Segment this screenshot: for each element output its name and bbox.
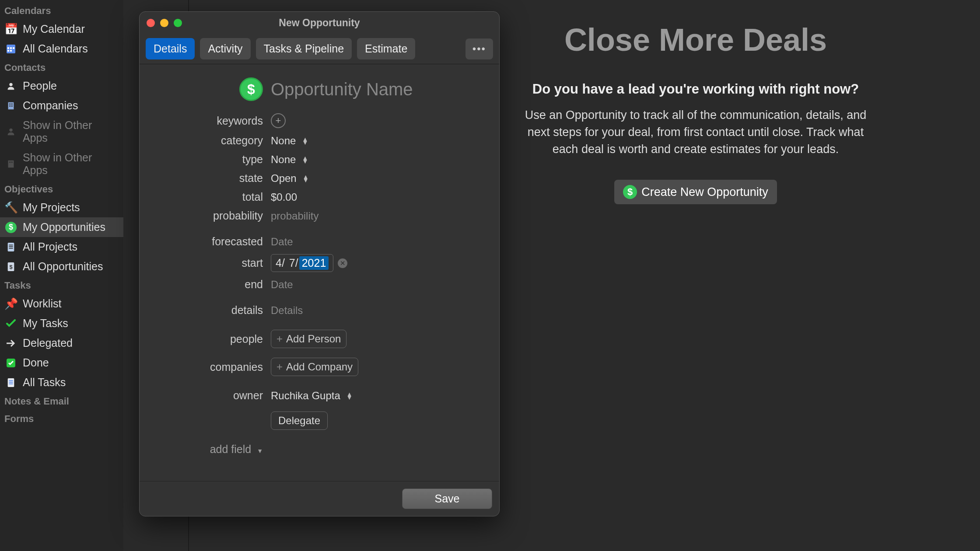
create-opportunity-button[interactable]: $ Create New Opportunity <box>614 180 777 204</box>
sidebar-item-label: All Opportunities <box>23 260 103 273</box>
sidebar-item-all-tasks[interactable]: All Tasks <box>0 373 123 392</box>
label-start: start <box>140 257 271 269</box>
sidebar-item-my-projects[interactable]: 🔨 My Projects <box>0 198 123 217</box>
updown-icon: ▲▼ <box>346 392 353 399</box>
hero-subtitle: Do you have a lead you're working with r… <box>486 81 906 97</box>
tab-details[interactable]: Details <box>146 38 195 59</box>
sidebar-item-all-opportunities[interactable]: $ All Opportunities <box>0 257 123 276</box>
tab-activity[interactable]: Activity <box>200 38 250 59</box>
label-add-field[interactable]: add field ▼ <box>140 443 271 456</box>
tab-tasks-pipeline[interactable]: Tasks & Pipeline <box>256 38 352 59</box>
svg-text:$: $ <box>9 263 12 270</box>
svg-rect-26 <box>9 383 13 384</box>
label-people: people <box>140 333 271 345</box>
label-total: total <box>140 191 271 203</box>
label-type: type <box>140 153 271 166</box>
sidebar-header-tasks: Tasks <box>0 276 123 294</box>
start-date-input[interactable]: 4/ 7/ 2021 <box>271 254 333 272</box>
category-select[interactable]: None ▲▼ <box>271 135 490 147</box>
modal-title: New Opportunity <box>140 17 499 29</box>
svg-rect-9 <box>11 103 13 105</box>
label-companies: companies <box>140 361 271 373</box>
label-forecasted: forecasted <box>140 235 271 248</box>
owner-select[interactable]: Ruchika Gupta ▲▼ <box>271 390 490 402</box>
sidebar-item-people[interactable]: People <box>0 76 123 96</box>
add-person-button[interactable]: + Add Person <box>271 330 346 348</box>
dollar-icon: $ <box>623 185 637 199</box>
save-button[interactable]: Save <box>402 488 492 509</box>
svg-rect-19 <box>9 248 13 248</box>
svg-rect-8 <box>9 103 10 105</box>
plus-icon: + <box>276 361 283 373</box>
svg-point-12 <box>9 129 12 132</box>
label-state: state <box>140 172 271 185</box>
sidebar: Calendars 📅 My Calendar All Calendars Co… <box>0 0 123 551</box>
label-end: end <box>140 278 271 291</box>
updown-icon: ▲▼ <box>303 175 309 182</box>
add-company-button[interactable]: + Add Company <box>271 358 358 376</box>
hero: Close More Deals Do you have a lead you'… <box>486 22 906 204</box>
svg-rect-2 <box>10 47 12 49</box>
svg-rect-18 <box>9 246 13 247</box>
svg-rect-7 <box>8 102 14 109</box>
clear-start-date-button[interactable]: ✕ <box>338 258 347 268</box>
modal-tabbar: Details Activity Tasks & Pipeline Estima… <box>140 34 499 64</box>
svg-rect-1 <box>7 47 9 49</box>
sidebar-item-companies[interactable]: Companies <box>0 96 123 115</box>
building-dim-icon <box>4 159 18 169</box>
probability-input[interactable]: probability <box>271 210 318 222</box>
sidebar-item-label: People <box>23 80 57 92</box>
sidebar-item-label: Show in Other Apps <box>23 119 119 144</box>
label-category: category <box>140 134 271 147</box>
hero-body: Use an Opportunity to track all of the c… <box>514 107 877 158</box>
sidebar-item-label: Done <box>23 356 49 369</box>
opportunity-name-input[interactable]: Opportunity Name <box>271 80 413 99</box>
pin-icon: 📌 <box>4 297 18 310</box>
state-select[interactable]: Open ▲▼ <box>271 172 490 185</box>
sidebar-item-show-other-people[interactable]: Show in Other Apps <box>0 115 123 148</box>
sidebar-item-worklist[interactable]: 📌 Worklist <box>0 294 123 314</box>
type-select[interactable]: None ▲▼ <box>271 153 490 166</box>
sidebar-item-done[interactable]: Done <box>0 353 123 373</box>
sidebar-item-my-tasks[interactable]: My Tasks <box>0 314 123 333</box>
label-probability: probability <box>140 209 271 222</box>
more-actions-button[interactable]: ••• <box>466 38 493 59</box>
svg-rect-17 <box>9 244 13 245</box>
forecasted-date-input[interactable]: Date <box>271 236 293 248</box>
clipboard-icon <box>4 241 18 253</box>
delegate-button[interactable]: Delegate <box>271 412 328 430</box>
updown-icon: ▲▼ <box>302 156 308 163</box>
sidebar-item-my-opportunities[interactable]: $ My Opportunities <box>0 217 123 237</box>
hero-cta-label: Create New Opportunity <box>641 185 768 199</box>
hammer-icon: 🔨 <box>4 201 18 214</box>
sidebar-item-delegated[interactable]: Delegated <box>0 333 123 353</box>
sidebar-item-show-other-companies[interactable]: Show in Other Apps <box>0 148 123 180</box>
checkbox-icon <box>4 358 18 368</box>
sidebar-header-contacts: Contacts <box>0 59 123 76</box>
svg-point-6 <box>9 83 12 86</box>
arrow-right-icon <box>4 339 18 347</box>
sidebar-item-label: All Calendars <box>23 42 88 55</box>
label-owner: owner <box>140 389 271 402</box>
sidebar-item-all-calendars[interactable]: All Calendars <box>0 39 123 59</box>
sidebar-item-all-projects[interactable]: All Projects <box>0 237 123 257</box>
plus-icon: + <box>276 333 283 345</box>
sidebar-item-my-calendar[interactable]: 📅 My Calendar <box>0 19 123 39</box>
sidebar-item-label: My Calendar <box>23 23 85 35</box>
add-keyword-button[interactable]: + <box>271 113 286 128</box>
new-opportunity-modal: New Opportunity Details Activity Tasks &… <box>139 11 500 516</box>
check-icon <box>4 319 18 328</box>
end-date-input[interactable]: Date <box>271 279 293 291</box>
details-input[interactable]: Details <box>271 304 303 317</box>
notepad-icon <box>4 377 18 388</box>
svg-rect-15 <box>11 162 13 163</box>
clipboard-dollar-icon: $ <box>4 261 18 272</box>
opportunity-icon: $ <box>239 77 263 101</box>
calendar-icon: 📅 <box>4 23 18 35</box>
tab-estimate[interactable]: Estimate <box>357 38 415 59</box>
svg-rect-24 <box>9 380 13 381</box>
total-value[interactable]: $0.00 <box>271 191 297 203</box>
label-keywords: keywords <box>140 115 271 127</box>
dollar-icon: $ <box>4 222 18 233</box>
sidebar-item-label: Delegated <box>23 337 73 349</box>
